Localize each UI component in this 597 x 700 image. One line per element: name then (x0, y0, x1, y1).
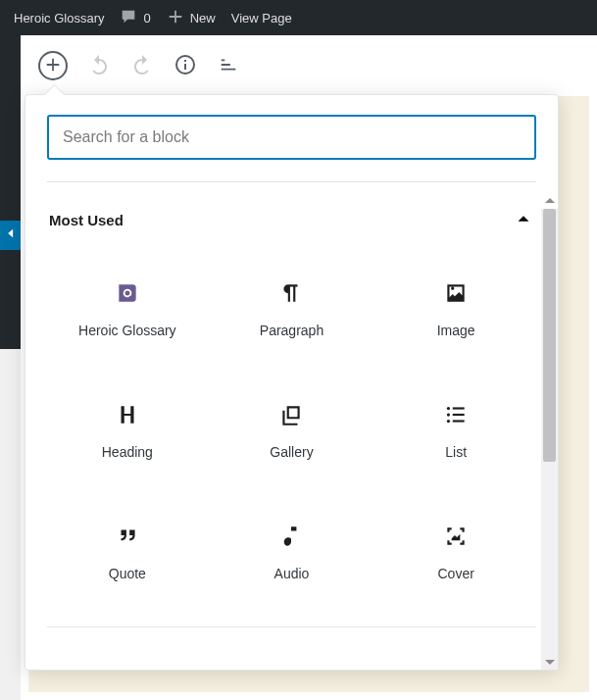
sidebar-collapse-button[interactable] (0, 221, 22, 250)
block-cover[interactable]: Cover (375, 495, 536, 609)
block-list[interactable]: List (375, 374, 536, 487)
quote-icon (114, 523, 141, 550)
svg-rect-7 (453, 414, 465, 416)
outline-button[interactable] (209, 46, 248, 85)
search-input[interactable] (47, 115, 536, 160)
chevron-left-icon (4, 226, 18, 244)
plus-icon (167, 8, 184, 28)
heading-icon (114, 401, 141, 428)
audio-icon (277, 523, 305, 550)
svg-rect-8 (453, 420, 465, 422)
block-quote[interactable]: Quote (47, 495, 208, 609)
divider (47, 626, 536, 627)
block-image[interactable]: Image (375, 252, 536, 366)
paragraph-icon (277, 279, 305, 307)
cover-icon (442, 523, 470, 550)
scroll-thumb[interactable] (543, 209, 556, 462)
adminbar-comments[interactable]: 0 (112, 0, 158, 35)
redo-button[interactable] (123, 46, 162, 85)
block-label: Audio (274, 566, 310, 581)
adminbar-view-page[interactable]: View Page (224, 0, 300, 35)
adminbar-site-label: Heroic Glossary (14, 11, 104, 25)
svg-rect-6 (453, 407, 465, 409)
plus-icon (44, 56, 62, 76)
block-paragraph[interactable]: Paragraph (212, 252, 373, 366)
block-label: Heroic Glossary (78, 323, 176, 338)
gallery-icon (277, 401, 305, 428)
svg-point-3 (447, 407, 450, 410)
list-outline-icon (218, 54, 239, 78)
block-label: Paragraph (260, 323, 323, 338)
svg-point-1 (124, 291, 129, 296)
info-icon (174, 53, 197, 79)
editor-toolbar (21, 35, 597, 96)
svg-point-5 (447, 420, 450, 423)
scroll-down-arrow-icon[interactable] (541, 653, 558, 670)
block-label: Heading (102, 444, 153, 460)
block-gallery[interactable]: Gallery (212, 374, 373, 487)
chevron-up-icon (513, 208, 534, 232)
block-heroic-glossary[interactable]: Heroic Glossary (47, 252, 208, 366)
scrollbar[interactable] (541, 209, 558, 670)
heroic-glossary-icon (114, 279, 141, 307)
block-heading[interactable]: Heading (47, 374, 208, 487)
block-label: Cover (437, 566, 473, 581)
info-button[interactable] (166, 46, 205, 85)
block-audio[interactable]: Audio (212, 495, 373, 609)
comment-icon (120, 8, 137, 28)
scroll-up-arrow-icon[interactable] (541, 192, 558, 209)
add-block-button[interactable] (38, 51, 68, 80)
section-label: Most Used (49, 212, 124, 228)
undo-button[interactable] (79, 46, 119, 85)
admin-sidebar (0, 35, 21, 349)
svg-point-4 (447, 413, 450, 416)
adminbar-view-page-label: View Page (231, 11, 292, 25)
adminbar-site[interactable]: Heroic Glossary (6, 0, 112, 35)
block-label: Gallery (270, 444, 313, 460)
admin-bar: Heroic Glossary 0 New View Page (0, 0, 597, 35)
block-inserter-panel: Most Used Heroic Glossary Paragraph (25, 94, 559, 671)
adminbar-new[interactable]: New (159, 0, 224, 35)
image-icon (442, 279, 470, 307)
block-label: Quote (109, 566, 146, 581)
undo-icon (87, 53, 111, 79)
list-icon (442, 401, 470, 428)
adminbar-comments-count: 0 (143, 11, 150, 25)
adminbar-new-label: New (190, 11, 216, 25)
section-toggle-most-used[interactable]: Most Used (47, 182, 536, 248)
redo-icon (130, 53, 154, 79)
block-label: List (445, 444, 467, 460)
block-label: Image (437, 323, 475, 338)
